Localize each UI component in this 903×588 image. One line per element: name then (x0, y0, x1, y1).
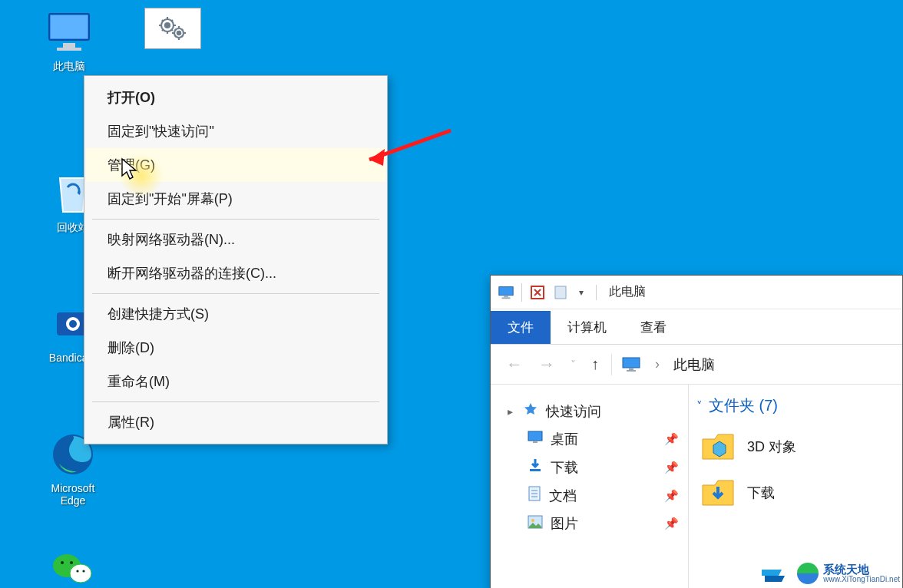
properties-quick-icon[interactable] (528, 283, 547, 302)
group-folders[interactable]: ˅ 文件夹 (7) (696, 395, 902, 424)
star-icon (523, 401, 538, 421)
menu-rename[interactable]: 重命名(M) (86, 365, 385, 398)
up-button[interactable]: ↑ (588, 352, 602, 376)
context-menu: 打开(O) 固定到"快速访问" 管理(G) 固定到"开始"屏幕(P) 映射网络驱… (84, 75, 388, 444)
navigation-pane: ▸ 快速访问 桌面 📌 下载 📌 文档 (491, 385, 689, 588)
desktop-icon-label: Microsoft Edge (38, 482, 108, 507)
separator (521, 283, 522, 302)
svg-rect-2 (63, 43, 75, 48)
svg-rect-1 (51, 15, 88, 38)
menu-disconnect-drive[interactable]: 断开网络驱动器的连接(C)... (86, 256, 385, 290)
item-label: 下载 (747, 484, 775, 502)
chevron-right-icon: ▸ (504, 405, 515, 418)
menu-pin-quick-access[interactable]: 固定到"快速访问" (86, 114, 385, 148)
address-bar: ← → ˅ ↑ › 此电脑 (491, 345, 902, 385)
recent-dropdown-icon[interactable]: ˅ (567, 355, 579, 374)
menu-manage[interactable]: 管理(G) (86, 148, 385, 182)
folder-download-icon (700, 476, 736, 510)
menu-open[interactable]: 打开(O) (86, 81, 385, 114)
svg-rect-25 (623, 358, 640, 368)
desktop-icon-label: 此电脑 (35, 60, 104, 74)
item-label: 3D 对象 (747, 438, 796, 456)
desktop-icon-this-pc[interactable]: 此电脑 (35, 8, 104, 74)
menu-delete[interactable]: 删除(D) (86, 331, 385, 365)
back-button[interactable]: ← (503, 352, 526, 378)
tab-computer[interactable]: 计算机 (551, 311, 624, 344)
tab-view[interactable]: 查看 (624, 311, 683, 344)
pc-icon (497, 283, 515, 302)
desktop-icon-wechat[interactable] (38, 545, 108, 588)
tree-documents[interactable]: 文档 📌 (501, 481, 688, 510)
svg-rect-29 (533, 441, 538, 443)
tree-label: 文档 (549, 487, 577, 505)
svg-rect-26 (629, 368, 633, 370)
explorer-window: ▾ 此电脑 文件 计算机 查看 ← → ˅ ↑ › 此电脑 ▸ 快速访问 (490, 275, 903, 588)
menu-separator (92, 293, 379, 294)
pin-icon: 📌 (664, 489, 685, 503)
pc-icon (621, 355, 641, 374)
svg-point-17 (82, 570, 84, 572)
pictures-icon (528, 515, 543, 533)
svg-point-10 (69, 320, 77, 328)
globe-icon (797, 563, 819, 584)
new-quick-icon[interactable] (551, 283, 570, 302)
document-icon (528, 486, 541, 505)
tree-pictures[interactable]: 图片 📌 (501, 510, 688, 537)
menu-pin-start[interactable]: 固定到"开始"屏幕(P) (86, 182, 385, 216)
menu-create-shortcut[interactable]: 创建快捷方式(S) (86, 297, 385, 331)
tree-label: 下载 (551, 458, 578, 477)
desktop-icon-settings-shortcut[interactable] (138, 8, 207, 52)
tree-label: 桌面 (551, 430, 578, 448)
pin-icon: 📌 (664, 461, 685, 474)
tab-file[interactable]: 文件 (491, 311, 551, 344)
svg-rect-21 (504, 296, 508, 297)
menu-properties[interactable]: 属性(R) (86, 405, 385, 439)
pin-icon: 📌 (664, 517, 685, 530)
menu-map-drive[interactable]: 映射网络驱动器(N)... (86, 223, 385, 256)
titlebar[interactable]: ▾ 此电脑 (491, 276, 902, 309)
svg-rect-27 (627, 370, 636, 372)
desktop-icon (528, 431, 543, 448)
item-3d-objects[interactable]: 3D 对象 (696, 424, 902, 470)
watermark-logo-icon (762, 562, 792, 585)
svg-rect-3 (57, 48, 81, 51)
chevron-right-icon[interactable]: › (650, 356, 664, 372)
menu-separator (92, 401, 379, 402)
folder-3d-icon (700, 430, 736, 464)
tree-quick-access[interactable]: ▸ 快速访问 (501, 397, 688, 425)
forward-button[interactable]: → (535, 352, 558, 378)
wechat-icon (48, 545, 98, 588)
menu-separator (92, 219, 379, 220)
svg-point-14 (61, 561, 64, 564)
separator (596, 285, 597, 300)
svg-rect-22 (502, 297, 511, 299)
svg-point-5 (165, 23, 170, 28)
content-pane: ˅ 文件夹 (7) 3D 对象 下载 (689, 385, 902, 588)
svg-point-36 (531, 519, 534, 522)
svg-point-13 (70, 564, 91, 583)
tree-label: 图片 (551, 514, 578, 533)
tree-label: 快速访问 (546, 402, 601, 421)
chevron-down-icon: ˅ (696, 399, 703, 413)
separator (611, 354, 612, 375)
tree-desktop[interactable]: 桌面 📌 (501, 425, 688, 453)
watermark-brand: 系统天地 (823, 563, 900, 576)
tree-downloads[interactable]: 下载 📌 (501, 453, 688, 481)
qat-dropdown-icon[interactable]: ▾ (574, 287, 588, 298)
group-label: 文件夹 (7) (709, 395, 778, 416)
svg-rect-30 (530, 469, 541, 471)
download-icon (528, 458, 543, 477)
breadcrumb-this-pc[interactable]: 此电脑 (673, 355, 715, 374)
gear-icon (144, 8, 201, 49)
window-title: 此电脑 (609, 284, 646, 300)
svg-rect-20 (499, 286, 513, 295)
svg-rect-24 (555, 286, 566, 299)
svg-rect-28 (528, 431, 542, 441)
item-downloads[interactable]: 下载 (696, 470, 902, 516)
ribbon-tabs: 文件 计算机 查看 (491, 309, 902, 345)
pin-icon: 📌 (664, 432, 685, 446)
monitor-icon (45, 8, 94, 57)
watermark-url: www.XiTongTianDi.net (823, 576, 900, 584)
svg-point-15 (70, 561, 73, 564)
watermark: 系统天地 www.XiTongTianDi.net (762, 562, 900, 585)
